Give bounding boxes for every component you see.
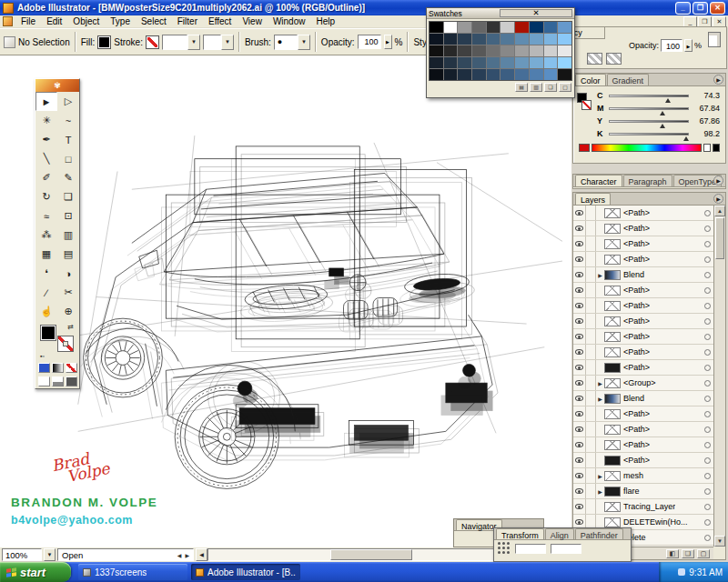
swatch-23[interactable] — [472, 45, 486, 56]
lock-cell[interactable] — [586, 437, 596, 452]
lock-cell[interactable] — [586, 499, 596, 514]
layer-row[interactable]: <Path> — [573, 422, 713, 437]
dropdown-arrow-icon[interactable]: ▼ — [298, 35, 310, 50]
target-circle-icon[interactable] — [704, 226, 711, 232]
panel-menu-icon[interactable]: ▶ — [713, 176, 723, 186]
transform-field-1[interactable] — [515, 544, 546, 554]
swatch-24[interactable] — [487, 45, 500, 56]
visibility-toggle[interactable] — [573, 236, 586, 251]
tab-character[interactable]: Character — [575, 175, 622, 186]
magic-wand-tool[interactable]: ✳ — [35, 111, 57, 130]
lock-cell[interactable] — [586, 221, 596, 236]
opacity-input[interactable]: 100 — [358, 35, 381, 49]
stroke-color-well[interactable] — [57, 336, 74, 352]
doc-minimize-button[interactable]: _ — [683, 16, 697, 27]
black-swatch[interactable] — [713, 144, 720, 152]
object-thumbnail[interactable] — [587, 53, 602, 65]
rotate-tool[interactable]: ↻ — [35, 187, 57, 206]
lock-cell[interactable] — [586, 468, 596, 483]
swatch-29[interactable] — [558, 45, 571, 56]
toolbox-header[interactable]: ✾ — [35, 79, 79, 92]
menu-item-filter[interactable]: Filter — [172, 16, 203, 26]
tab-layers[interactable]: Layers — [575, 193, 611, 205]
swatch-12[interactable] — [458, 34, 471, 45]
scroll-thumb[interactable] — [330, 549, 412, 560]
target-circle-icon[interactable] — [704, 365, 711, 371]
swatch-46[interactable] — [515, 69, 529, 80]
dropdown-arrow-icon[interactable]: ▼ — [221, 35, 234, 50]
target-circle-icon[interactable] — [704, 318, 711, 325]
swatch-4[interactable] — [487, 22, 500, 33]
channel-slider[interactable] — [609, 95, 689, 97]
slider-thumb-icon[interactable] — [660, 111, 665, 115]
target-circle-icon[interactable] — [704, 426, 711, 433]
visibility-toggle[interactable] — [573, 252, 586, 266]
menu-item-effect[interactable]: Effect — [203, 16, 237, 26]
layer-row[interactable]: ▶<Group> — [573, 376, 713, 391]
layer-row[interactable]: <Path> — [573, 345, 713, 360]
swatch-42[interactable] — [458, 69, 471, 80]
lock-cell[interactable] — [586, 376, 596, 390]
pen-tool[interactable]: ✒ — [35, 130, 57, 149]
fill-color-well[interactable] — [40, 325, 56, 341]
tray-icon[interactable] — [678, 568, 685, 576]
lock-cell[interactable] — [586, 391, 596, 406]
status-right-arrow-icon[interactable]: ▶ — [185, 552, 189, 558]
transparency-spinner-icon[interactable]: ▶ — [684, 39, 693, 52]
tab-transform[interactable]: Transform — [496, 528, 544, 539]
zoom-level[interactable]: 100% — [2, 548, 42, 561]
swatch-32[interactable] — [458, 57, 471, 68]
swatch-7[interactable] — [530, 22, 543, 33]
lock-cell[interactable] — [586, 484, 596, 498]
rectangle-tool[interactable]: □ — [57, 149, 79, 168]
doc-close-button[interactable]: ✕ — [713, 16, 726, 27]
target-circle-icon[interactable] — [704, 380, 711, 386]
zoom-dropdown-icon[interactable]: ▼ — [44, 548, 56, 561]
minimize-button[interactable]: _ — [675, 2, 691, 15]
hand-tool[interactable]: ☝ — [35, 302, 57, 321]
target-circle-icon[interactable] — [704, 241, 711, 247]
make-mask-button[interactable]: ◧ — [666, 549, 679, 558]
layer-row[interactable]: <Path> — [573, 314, 713, 329]
visibility-toggle[interactable] — [573, 345, 586, 359]
panel-menu-icon[interactable]: ▶ — [713, 194, 723, 204]
status-left-arrow-icon[interactable]: ◀ — [177, 552, 182, 558]
visibility-toggle[interactable] — [573, 329, 586, 344]
brush-dropdown[interactable]: ● ▼ — [274, 35, 310, 50]
transparency-opacity-input[interactable]: 100 — [661, 39, 682, 52]
menu-item-type[interactable]: Type — [105, 16, 136, 26]
visibility-toggle[interactable] — [573, 376, 586, 390]
opacity-spinner-icon[interactable]: ▶ — [384, 35, 392, 49]
lock-cell[interactable] — [586, 422, 596, 436]
fullscreen-menu-button[interactable] — [52, 376, 64, 386]
layer-row[interactable]: ▶mesh — [573, 468, 713, 484]
layers-scrollbar[interactable]: ▲ ▼ — [713, 206, 725, 547]
swatch-9[interactable] — [558, 22, 571, 33]
swatch-20[interactable] — [430, 45, 443, 56]
free-transform-tool[interactable]: ⊡ — [57, 206, 79, 226]
swatch-21[interactable] — [444, 45, 458, 56]
target-circle-icon[interactable] — [704, 504, 711, 510]
swatch-37[interactable] — [530, 57, 543, 68]
slider-thumb-icon[interactable] — [660, 124, 665, 128]
visibility-toggle[interactable] — [573, 283, 586, 297]
channel-slider[interactable] — [609, 120, 689, 123]
target-circle-icon[interactable] — [704, 349, 711, 356]
swatch-16[interactable] — [515, 34, 529, 45]
transform-field-2[interactable] — [551, 544, 581, 554]
swatch-35[interactable] — [500, 57, 514, 68]
target-circle-icon[interactable] — [704, 473, 711, 479]
swatch-5[interactable] — [500, 22, 514, 33]
swatch-36[interactable] — [515, 57, 529, 68]
white-swatch[interactable] — [703, 144, 711, 152]
target-circle-icon[interactable] — [704, 488, 711, 495]
tab-color[interactable]: Color — [575, 74, 606, 85]
lock-cell[interactable] — [586, 206, 596, 220]
paintbrush-tool[interactable]: ✐ — [35, 168, 57, 187]
visibility-toggle[interactable] — [573, 206, 586, 220]
swatch-22[interactable] — [458, 45, 471, 56]
document-canvas[interactable]: Brad Volpe BRANDON M. VOLPE b4volpe@yaho… — [0, 55, 571, 547]
visibility-toggle[interactable] — [573, 453, 586, 467]
layer-row[interactable]: ▶flare — [573, 484, 713, 499]
restore-button[interactable]: ❐ — [693, 2, 708, 15]
